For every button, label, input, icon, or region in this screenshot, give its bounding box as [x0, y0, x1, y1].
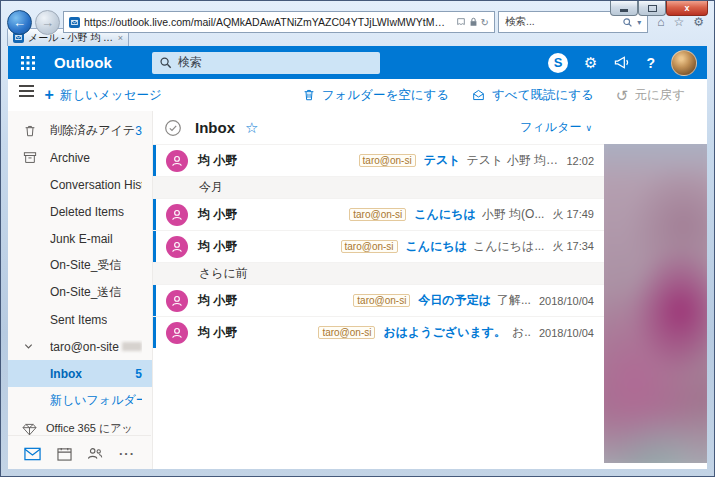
message-category-tag[interactable]: taro@on-si — [359, 154, 416, 167]
sidebar-folder-item[interactable]: On-Site_送信 — [8, 279, 152, 306]
date-group-label: 今月 — [199, 179, 223, 196]
sidebar-folder-item[interactable]: Sent Items — [8, 306, 152, 333]
new-message-button[interactable]: + 新しいメッセージ — [45, 87, 162, 104]
tools-icon[interactable]: ⚙ — [693, 15, 704, 29]
calendar-module-icon[interactable] — [57, 447, 72, 461]
sender-avatar[interactable] — [166, 290, 188, 312]
lock-icon — [469, 17, 478, 27]
home-icon[interactable]: ⌂ — [657, 15, 664, 29]
message-category-tag[interactable]: taro@on-si — [353, 294, 410, 307]
message-category-tag[interactable]: taro@on-si — [318, 326, 375, 339]
message-subject: こんにちは — [406, 238, 467, 255]
message-row[interactable]: 均 小野 taro@on-si テスト テスト 小野 均(... 12:02 — [153, 144, 604, 176]
message-time: 2018/10/04 — [531, 327, 594, 339]
sidebar-folder-item[interactable]: On-Site_受信 — [8, 252, 152, 279]
minimize-button[interactable] — [610, 1, 638, 16]
message-subject: おはようございます。 — [383, 324, 506, 341]
folder-label: 削除済みアイテム — [50, 122, 135, 139]
favorite-star-icon[interactable]: ☆ — [245, 119, 258, 137]
browser-window: x ← → https://outlook.live.com/mail/AQMk… — [0, 0, 715, 477]
reading-pane-blurred — [604, 144, 707, 463]
message-preview: こんにちは... — [473, 238, 544, 255]
forward-button[interactable]: → — [35, 10, 60, 35]
search-dropdown-icon[interactable]: ▾ — [637, 18, 641, 27]
whats-new-megaphone-icon[interactable] — [613, 55, 630, 70]
folder-label: Inbox — [50, 367, 82, 381]
sidebar-folder-item[interactable]: Junk E-mail — [8, 225, 152, 252]
message-category-tag[interactable]: taro@on-si — [341, 240, 398, 253]
chevron-down-icon — [23, 341, 39, 352]
sidebar-folder-item[interactable]: Archive — [8, 144, 152, 171]
empty-folder-button[interactable]: フォルダーを空にする — [302, 87, 449, 104]
message-sender: 均 小野 — [198, 324, 237, 341]
message-row[interactable]: 均 小野 taro@on-si 今日の予定は 了解... 2018/10/04 — [153, 284, 604, 316]
filter-button[interactable]: フィルター ∨ — [520, 119, 592, 136]
folder-label: Archive — [50, 151, 90, 165]
message-row[interactable]: 均 小野 taro@on-si おはようございます。 お.. 2018/10/0… — [153, 316, 604, 348]
message-subject: テスト — [424, 152, 461, 169]
favorites-icon[interactable]: ☆ — [673, 15, 684, 29]
message-category-tag[interactable]: taro@on-si — [349, 208, 406, 221]
close-button[interactable]: x — [666, 1, 708, 16]
sender-avatar[interactable] — [166, 322, 188, 344]
sidebar-folder-item[interactable]: Inbox 5 — [8, 360, 152, 387]
maximize-button[interactable] — [638, 1, 666, 16]
sidebar-folder-item[interactable]: 削除済みアイテム 3 — [8, 117, 152, 144]
unread-indicator — [153, 317, 156, 348]
sidebar-folder-item[interactable]: taro@on-site — [8, 333, 152, 360]
app-launcher-button[interactable] — [8, 46, 48, 79]
message-row[interactable]: 均 小野 taro@on-si こんにちは こんにちは... 火 17:34 — [153, 230, 604, 262]
people-module-icon[interactable] — [87, 447, 103, 460]
folder-label: On-Site_送信 — [50, 284, 121, 301]
person-icon — [170, 208, 184, 222]
account-avatar[interactable] — [671, 50, 697, 76]
browser-search-placeholder: 検索... — [505, 15, 618, 29]
folder-label: Deleted Items — [50, 205, 124, 219]
more-modules-icon[interactable]: ··· — [119, 446, 135, 461]
mark-all-read-button[interactable]: すべて既読にする — [471, 87, 594, 104]
compatibility-icon[interactable] — [456, 17, 466, 27]
address-bar[interactable]: https://outlook.live.com/mail/AQMkADAwAT… — [63, 11, 495, 33]
folder-sidebar: 削除済みアイテム 3 Archive Conversation Hist... … — [8, 111, 153, 469]
unread-indicator — [153, 199, 156, 230]
close-icon: x — [684, 3, 689, 13]
sender-avatar[interactable] — [166, 236, 188, 258]
sidebar-folder-item[interactable]: Deleted Items — [8, 198, 152, 225]
date-group-label: さらに前 — [199, 265, 248, 282]
message-sender: 均 小野 — [198, 292, 237, 309]
settings-gear-icon[interactable]: ⚙ — [584, 55, 597, 70]
unread-indicator — [153, 285, 156, 316]
help-icon[interactable]: ? — [646, 55, 655, 71]
list-header: Inbox ☆ フィルター ∨ — [153, 111, 604, 144]
refresh-icon[interactable]: ↻ — [481, 17, 489, 28]
list-title: Inbox — [195, 119, 235, 136]
sidebar-folder-item[interactable]: Conversation Hist... — [8, 171, 152, 198]
mail-search-input[interactable]: 検索 — [152, 52, 380, 74]
folder-label: taro@on-site — [50, 340, 142, 354]
search-icon[interactable] — [622, 17, 633, 28]
message-preview: 小野 均(O... — [482, 206, 545, 223]
tab-close-icon[interactable]: × — [118, 33, 123, 43]
sidebar-folder-item[interactable]: 新しいフォルダー — [8, 387, 152, 414]
maximize-icon — [648, 5, 657, 12]
select-all-icon[interactable] — [164, 119, 182, 137]
sender-avatar[interactable] — [166, 150, 188, 172]
message-row[interactable]: 均 小野 taro@on-si こんにちは 小野 均(O... 火 17:49 — [153, 198, 604, 230]
message-preview: 了解... — [497, 292, 531, 309]
search-icon — [159, 56, 172, 69]
folder-label: Junk E-mail — [50, 232, 113, 246]
mail-module-icon[interactable] — [24, 447, 41, 461]
folder-list: 削除済みアイテム 3 Archive Conversation Hist... … — [8, 117, 152, 414]
undo-button[interactable]: ↺ 元に戻す — [616, 87, 685, 104]
sender-avatar[interactable] — [166, 204, 188, 226]
message-sender: 均 小野 — [198, 206, 237, 223]
new-message-label: 新しいメッセージ — [60, 87, 162, 104]
app-logo[interactable]: Outlook — [54, 54, 112, 71]
minimize-icon — [620, 9, 628, 12]
skype-icon[interactable]: S — [548, 53, 568, 73]
back-button[interactable]: ← — [7, 10, 32, 35]
message-sender: 均 小野 — [198, 238, 237, 255]
blurred-content — [604, 144, 707, 463]
redacted-text — [122, 342, 142, 351]
person-icon — [170, 154, 184, 168]
